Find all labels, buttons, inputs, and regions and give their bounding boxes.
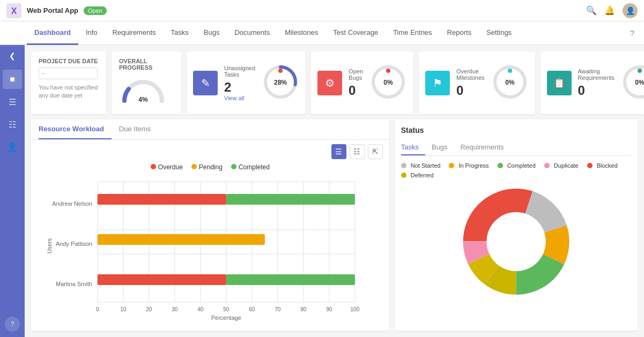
widget-overall-progress: Overall Progress 4% bbox=[112, 51, 181, 114]
unassigned-tasks-body: Unassigned Tasks 2 View all bbox=[224, 65, 255, 101]
svg-text:28%: 28% bbox=[274, 79, 287, 86]
svg-text:Percentage: Percentage bbox=[211, 314, 241, 321]
svg-text:30: 30 bbox=[172, 306, 178, 312]
unassigned-tasks-progress-circle: 28% bbox=[262, 63, 299, 102]
panel-toolbar: ☰ ☷ ⇱ bbox=[31, 140, 389, 163]
widget-project-due-date: Project Due Date You have not specified … bbox=[31, 51, 106, 114]
overall-progress-title: Overall Progress bbox=[119, 58, 174, 71]
svg-text:10: 10 bbox=[120, 306, 127, 312]
svg-text:X: X bbox=[11, 6, 17, 16]
legend-pending: Pending bbox=[191, 163, 223, 171]
main-layout: ❮ ■ ☰ ☷ 👤 ? Project Due Date You have no… bbox=[0, 45, 644, 337]
awaiting-requirements-label: Awaiting Requirements bbox=[578, 68, 615, 81]
svg-point-61 bbox=[486, 212, 545, 271]
awaiting-requirements-icon: 📋 bbox=[547, 71, 572, 95]
open-bugs-count: 0 bbox=[349, 83, 363, 98]
sidebar-icon-help[interactable]: ? bbox=[5, 317, 20, 332]
nav-item-time-entries[interactable]: Time Entries bbox=[386, 21, 439, 45]
due-date-title: Project Due Date bbox=[39, 58, 99, 64]
awaiting-requirements-body: Awaiting Requirements 0 bbox=[578, 68, 615, 98]
status-tabs: Tasks Bugs Requirements bbox=[401, 140, 631, 156]
svg-text:90: 90 bbox=[326, 306, 332, 312]
svg-text:60: 60 bbox=[249, 306, 255, 312]
status-title: Status bbox=[401, 126, 631, 134]
legend-deferred: Deferred bbox=[401, 172, 434, 178]
legend-in-progress: In Progress bbox=[449, 162, 488, 169]
nav-item-dashboard[interactable]: Dashboard bbox=[27, 21, 78, 45]
view-expand-button[interactable]: ⇱ bbox=[368, 144, 383, 159]
donut-chart-svg bbox=[401, 183, 631, 301]
logo: X bbox=[6, 3, 21, 18]
status-tab-bugs[interactable]: Bugs bbox=[432, 140, 454, 155]
sidebar: ❮ ■ ☰ ☷ 👤 ? bbox=[0, 45, 25, 337]
nav-item-documents[interactable]: Documents bbox=[227, 21, 277, 45]
content-bottom: Resource Workload Due Items ☰ ☷ ⇱ Overdu… bbox=[31, 119, 638, 331]
bar-chart-svg: Andrew Nelson Andy Pattison Martina Smit… bbox=[36, 176, 384, 321]
svg-text:0: 0 bbox=[96, 306, 99, 312]
svg-text:0%: 0% bbox=[383, 79, 393, 86]
status-badge: Open bbox=[84, 6, 107, 15]
app-title: Web Portal App bbox=[27, 6, 78, 14]
sidebar-icon-user[interactable]: 👤 bbox=[3, 137, 22, 156]
widget-awaiting-requirements: 📋 Awaiting Requirements 0 0% bbox=[541, 51, 644, 114]
progress-arc-svg: 4% bbox=[119, 74, 167, 106]
svg-rect-38 bbox=[226, 194, 355, 205]
nav-help[interactable]: ? bbox=[620, 21, 644, 45]
svg-point-11 bbox=[508, 69, 512, 73]
svg-text:Andy Pattison: Andy Pattison bbox=[56, 241, 92, 247]
left-panel: Resource Workload Due Items ☰ ☷ ⇱ Overdu… bbox=[31, 119, 389, 331]
left-panel-tabs: Resource Workload Due Items bbox=[31, 119, 389, 140]
donut-legend: Not Started In Progress Completed Duplic… bbox=[401, 162, 631, 178]
overdue-milestones-progress-circle: 0% bbox=[491, 63, 529, 102]
right-panel: Status Tasks Bugs Requirements Not Start… bbox=[395, 119, 638, 331]
bell-icon[interactable]: 🔔 bbox=[604, 5, 615, 16]
unassigned-tasks-label: Unassigned Tasks bbox=[224, 65, 255, 78]
svg-text:Martina Smith: Martina Smith bbox=[56, 281, 92, 287]
view-list-button[interactable]: ☰ bbox=[331, 144, 346, 159]
sidebar-icon-list[interactable]: ☰ bbox=[3, 92, 22, 111]
svg-text:0%: 0% bbox=[635, 79, 644, 86]
widget-overdue-milestones: ⚑ Overdue Milestones 0 0% bbox=[419, 51, 535, 114]
content-area: Project Due Date You have not specified … bbox=[25, 45, 644, 337]
nav-item-bugs[interactable]: Bugs bbox=[196, 21, 227, 45]
nav-item-settings[interactable]: Settings bbox=[479, 21, 519, 45]
svg-text:Andrew Nelson: Andrew Nelson bbox=[52, 200, 92, 207]
tab-resource-workload[interactable]: Resource Workload bbox=[39, 119, 112, 139]
chart-area: Overdue Pending Completed bbox=[31, 163, 389, 328]
legend-overdue: Overdue bbox=[151, 163, 183, 171]
svg-text:Users: Users bbox=[46, 238, 53, 253]
nav-item-info[interactable]: Info bbox=[78, 21, 105, 45]
open-bugs-body: Open Bugs 0 bbox=[349, 68, 363, 98]
nav-item-reports[interactable]: Reports bbox=[440, 21, 479, 45]
svg-point-8 bbox=[386, 69, 390, 73]
open-bugs-icon: ⚙ bbox=[317, 71, 342, 95]
svg-text:0%: 0% bbox=[505, 79, 515, 86]
tab-due-items[interactable]: Due Items bbox=[119, 119, 158, 139]
svg-text:50: 50 bbox=[223, 306, 230, 312]
svg-text:40: 40 bbox=[197, 306, 204, 312]
unassigned-tasks-view-all[interactable]: View all bbox=[224, 95, 255, 101]
nav-item-test-coverage[interactable]: Test Coverage bbox=[325, 21, 386, 45]
svg-text:20: 20 bbox=[146, 306, 152, 312]
user-avatar[interactable]: 👤 bbox=[623, 3, 638, 18]
widget-row: Project Due Date You have not specified … bbox=[31, 51, 638, 114]
awaiting-requirements-progress-circle: 0% bbox=[621, 63, 644, 102]
sidebar-icon-dashboard[interactable]: ■ bbox=[3, 70, 22, 89]
status-tab-requirements[interactable]: Requirements bbox=[461, 140, 510, 155]
nav-item-tasks[interactable]: Tasks bbox=[164, 21, 196, 45]
due-date-input[interactable] bbox=[39, 68, 98, 79]
legend-completed: Completed bbox=[231, 163, 270, 171]
status-tab-tasks[interactable]: Tasks bbox=[401, 140, 425, 155]
overdue-milestones-count: 0 bbox=[456, 83, 485, 98]
open-bugs-progress-circle: 0% bbox=[369, 63, 407, 102]
nav-item-milestones[interactable]: Milestones bbox=[277, 21, 325, 45]
svg-point-5 bbox=[278, 69, 283, 73]
sidebar-toggle[interactable]: ❮ bbox=[4, 49, 20, 62]
nav-item-requirements[interactable]: Requirements bbox=[105, 21, 164, 45]
view-grid-button[interactable]: ☷ bbox=[350, 144, 365, 159]
search-icon[interactable]: 🔍 bbox=[586, 5, 597, 16]
sidebar-icon-chart[interactable]: ☷ bbox=[3, 115, 22, 134]
legend-completed: Completed bbox=[498, 162, 536, 169]
svg-text:100: 100 bbox=[351, 306, 360, 312]
overdue-milestones-label: Overdue Milestones bbox=[456, 68, 485, 81]
